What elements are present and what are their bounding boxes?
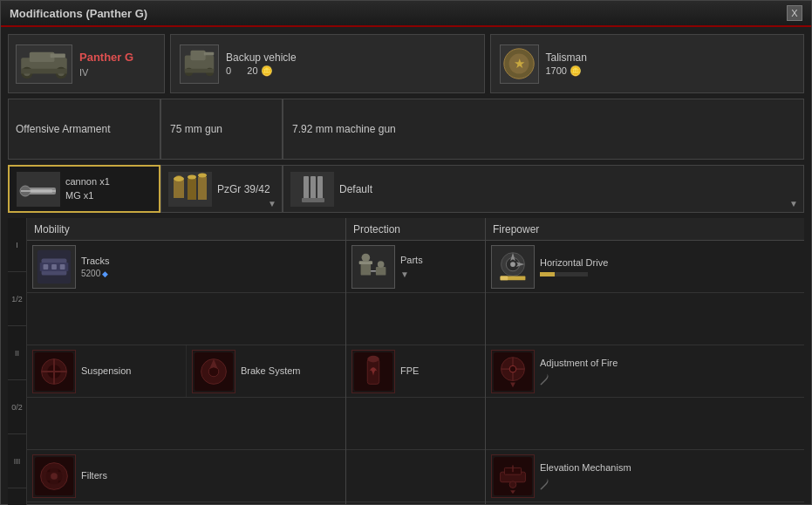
protection-column: Protection xyxy=(346,218,486,505)
default-ammo-svg xyxy=(290,172,334,207)
backup-cost: 0 20 🪙 xyxy=(226,65,297,77)
elevation-cell[interactable]: Elevation Mechanism xyxy=(486,450,804,502)
protection-row-III xyxy=(346,450,485,502)
svg-rect-24 xyxy=(198,177,207,200)
svg-point-74 xyxy=(367,355,379,362)
svg-rect-23 xyxy=(188,179,196,200)
vehicle-rank: IV xyxy=(79,67,133,78)
mobility-row-1-2 xyxy=(27,293,345,345)
hdrive-info: Horizontal Drive xyxy=(540,256,608,276)
shell-svg xyxy=(168,172,212,207)
mobility-row-I: Tracks 5200 ◆ xyxy=(27,241,345,293)
svg-rect-10 xyxy=(204,51,214,55)
hdrive-svg xyxy=(492,246,534,288)
mobility-rows: Tracks 5200 ◆ xyxy=(27,241,345,505)
parts-info: Parts ▼ xyxy=(400,254,423,279)
svg-rect-36 xyxy=(51,264,57,270)
backup-name: Backup vehicle xyxy=(226,51,297,64)
window-title: Modifications (Panther G) xyxy=(10,7,147,20)
suspension-name: Suspension xyxy=(81,365,132,377)
mobility-row-II: Suspension Brake Sys xyxy=(27,345,345,398)
hdrive-progress xyxy=(540,272,588,276)
suspension-image xyxy=(32,350,76,393)
armament-section: Offensive Armament 75 mm gun 7.92 mm mac… xyxy=(8,99,804,160)
svg-point-26 xyxy=(188,174,196,179)
svg-rect-66 xyxy=(361,263,372,275)
elevation-info: Elevation Mechanism xyxy=(540,461,631,489)
firepower-header: Firepower xyxy=(486,218,804,241)
adj-fire-svg xyxy=(492,351,534,392)
pzgr-icon xyxy=(168,172,212,207)
firepower-row-II: Adjustment of Fire xyxy=(486,345,804,398)
ammo-default-name: Default xyxy=(339,183,372,195)
svg-rect-69 xyxy=(376,267,386,276)
suspension-cell[interactable]: Suspension xyxy=(27,345,187,397)
cannon-svg xyxy=(17,172,60,207)
cannon-icon xyxy=(17,172,60,207)
fpe-cell[interactable]: FPE xyxy=(346,345,485,397)
elevation-name: Elevation Mechanism xyxy=(540,461,631,474)
vehicle-info: Panther G IV xyxy=(79,51,133,78)
selected-ammo[interactable]: cannon x1 MG x1 xyxy=(8,165,160,213)
firepower-column: Firepower xyxy=(486,218,804,505)
main-gun-label: 75 mm gun xyxy=(160,99,283,160)
protection-row-1-2 xyxy=(346,293,485,345)
adj-fire-name: Adjustment of Fire xyxy=(540,357,618,369)
armament-label: Offensive Armament xyxy=(8,99,160,160)
rank-label-I: I xyxy=(8,218,26,272)
tracks-cell[interactable]: Tracks 5200 ◆ xyxy=(27,241,345,292)
fpe-image xyxy=(351,350,395,393)
svg-point-89 xyxy=(509,481,516,488)
talisman-icon: ★ xyxy=(501,44,538,84)
protection-row-I: Parts ▼ xyxy=(346,241,485,293)
adj-fire-info: Adjustment of Fire xyxy=(540,357,618,385)
modifications-window: Modifications (Panther G) X xyxy=(0,0,812,505)
rank-label-1-2: 1/2 xyxy=(8,272,26,326)
tracks-diamond-icon: ◆ xyxy=(102,270,108,278)
top-row: Panther G IV Backup ve xyxy=(8,34,804,93)
brake-svg xyxy=(193,351,235,392)
title-bar: Modifications (Panther G) X xyxy=(1,1,811,27)
ammo-default[interactable]: Default ▼ xyxy=(283,165,804,213)
vehicle-image xyxy=(16,44,72,84)
svg-rect-13 xyxy=(185,68,214,72)
svg-rect-80 xyxy=(501,276,508,280)
svg-rect-31 xyxy=(302,198,324,202)
tracks-image xyxy=(32,245,76,289)
vehicle-card: Panther G IV xyxy=(8,34,165,93)
svg-point-25 xyxy=(174,176,184,181)
rank-side-labels: I 1/2 II 0/2 III 0/1 IV xyxy=(8,218,27,505)
svg-rect-35 xyxy=(44,264,49,270)
talisman-info: Talisman 1700 🪙 xyxy=(546,51,587,77)
elevation-svg xyxy=(492,455,534,497)
firepower-row-III: Elevation Mechanism xyxy=(486,450,804,502)
wrench2-icon xyxy=(540,478,550,490)
backup-image xyxy=(180,44,219,84)
filters-cell[interactable]: Filters xyxy=(27,450,345,502)
adj-fire-cell[interactable]: Adjustment of Fire xyxy=(486,345,804,397)
adj-fire-image xyxy=(491,350,535,393)
rank-label-0-2: 0/2 xyxy=(8,380,26,434)
talisman-currency-icon: 🪙 xyxy=(570,65,582,77)
svg-rect-9 xyxy=(190,50,205,59)
protection-rows: Parts ▼ xyxy=(346,241,485,505)
firepower-row-0-2 xyxy=(486,398,804,450)
brake-system-cell[interactable]: Brake System xyxy=(187,345,345,397)
vehicle-tank-icon xyxy=(17,45,72,83)
svg-point-70 xyxy=(378,261,385,268)
hdrive-progress-fill xyxy=(540,272,555,276)
filters-image xyxy=(32,454,76,498)
parts-cell[interactable]: Parts ▼ xyxy=(346,241,485,292)
protection-row-II: FPE xyxy=(346,345,485,398)
close-button[interactable]: X xyxy=(787,5,802,21)
columns-container: I 1/2 II 0/2 III 0/1 IV Mobility xyxy=(8,218,804,505)
talisman-card: ★ Talisman 1700 🪙 xyxy=(490,34,805,93)
tracks-info: Tracks 5200 ◆ xyxy=(81,255,110,278)
ammo-pzgr[interactable]: PzGr 39/42 ▼ xyxy=(160,165,283,213)
talisman-name: Talisman xyxy=(546,51,587,64)
rank-label-0-1: 0/1 xyxy=(8,488,26,505)
suspension-svg xyxy=(33,351,75,392)
svg-point-27 xyxy=(198,173,207,177)
horizontal-drive-cell[interactable]: Horizontal Drive xyxy=(486,241,804,292)
default-dropdown-arrow: ▼ xyxy=(789,199,798,208)
